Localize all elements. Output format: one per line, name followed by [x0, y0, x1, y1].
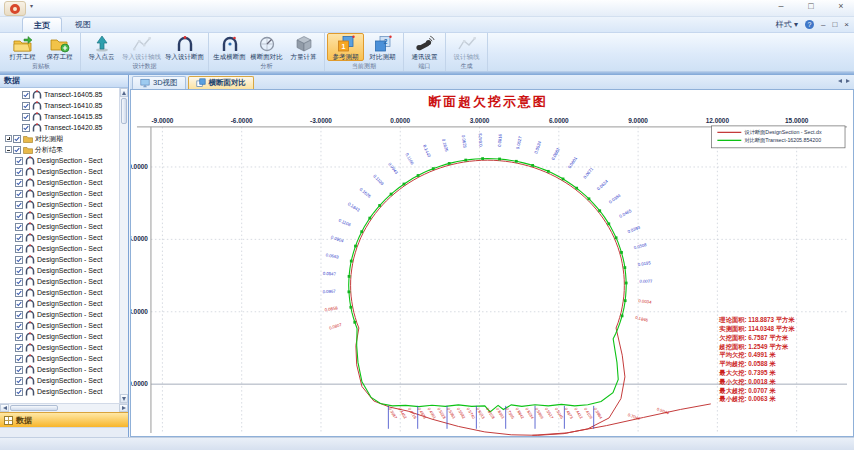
window-maximize-button[interactable]: □: [804, 1, 818, 11]
tree-checkbox[interactable]: [15, 289, 23, 297]
document-close-button[interactable]: ×: [844, 20, 849, 29]
window-minimize-button[interactable]: –: [774, 1, 788, 11]
tree-item-design-section[interactable]: DesignSection - Sect: [0, 276, 128, 287]
tree-item-design-section[interactable]: DesignSection - Sect: [0, 342, 128, 353]
tree-horizontal-scrollbar[interactable]: [0, 403, 128, 412]
ribbon-button-compare-section[interactable]: 横断面对比: [248, 33, 285, 61]
tree-item-design-section[interactable]: DesignSection - Sect: [0, 386, 128, 397]
ribbon-button-label: 导入设计断面: [165, 53, 204, 60]
tree-checkbox[interactable]: [22, 113, 30, 121]
tree-item-design-section[interactable]: DesignSection - Sect: [0, 364, 128, 375]
tree-checkbox[interactable]: [15, 168, 23, 176]
tree-checkbox[interactable]: [15, 377, 23, 385]
tree-checkbox[interactable]: [15, 234, 23, 242]
ribbon-button-import-section[interactable]: 导入设计断面: [163, 33, 206, 61]
scroll-right-button[interactable]: [119, 404, 128, 412]
tree-checkbox[interactable]: [15, 223, 23, 231]
tree-item-design-section[interactable]: DesignSection - Sect: [0, 188, 128, 199]
ribbon-button-save-project[interactable]: 保存工程: [41, 33, 78, 61]
tree-item-transect[interactable]: Transect-16405.85: [0, 89, 128, 100]
app-logo-icon[interactable]: [4, 1, 26, 16]
tree-item-design-section[interactable]: DesignSection - Sect: [0, 265, 128, 276]
tab-scroll-right-icon[interactable]: [846, 79, 850, 83]
scroll-down-button[interactable]: [120, 394, 128, 403]
tree-item-design-section[interactable]: DesignSection - Sect: [0, 155, 128, 166]
ribbon-tab-home[interactable]: 主页: [22, 17, 62, 32]
cross-section-chart[interactable]: -9.0000-6.0000-3.00000.00003.00006.00009…: [130, 90, 854, 437]
tree-checkbox[interactable]: [15, 388, 23, 396]
tree-item-design-section[interactable]: DesignSection - Sect: [0, 331, 128, 342]
tree-checkbox[interactable]: [15, 245, 23, 253]
tree-checkbox[interactable]: [15, 201, 23, 209]
tree-item-transect[interactable]: Transect-16420.85: [0, 122, 128, 133]
tree-checkbox[interactable]: [15, 333, 23, 341]
tree-checkbox[interactable]: [15, 157, 23, 165]
tree-checkbox[interactable]: [15, 344, 23, 352]
window-close-button[interactable]: ×: [834, 1, 848, 11]
tree-item-design-section[interactable]: DesignSection - Sect: [0, 166, 128, 177]
ribbon-tab-view[interactable]: 视图: [64, 17, 102, 32]
tree-checkbox[interactable]: [15, 267, 23, 275]
measure-point-marker: [448, 162, 451, 165]
tree-checkbox[interactable]: [15, 179, 23, 187]
tab-scroll-left-icon[interactable]: [838, 79, 842, 83]
ribbon-button-reference-survey[interactable]: 1参考测期: [327, 33, 364, 61]
tree-checkbox[interactable]: [15, 322, 23, 330]
document-tab-3d-view[interactable]: 3D视图: [132, 76, 186, 89]
ribbon-button-volume-calc[interactable]: 方量计算: [285, 33, 322, 61]
tree-item-design-section[interactable]: DesignSection - Sect: [0, 353, 128, 364]
tree-checkbox[interactable]: [22, 91, 30, 99]
tree-item-design-section[interactable]: DesignSection - Sect: [0, 287, 128, 298]
tree-checkbox[interactable]: [22, 102, 30, 110]
tree-item-design-section[interactable]: DesignSection - Sect: [0, 320, 128, 331]
tree-item-transect[interactable]: Transect-16415.85: [0, 111, 128, 122]
tree-item-transect[interactable]: Transect-16410.85: [0, 100, 128, 111]
ribbon-button-generate-section[interactable]: 生成横断面: [211, 33, 248, 61]
scroll-up-button[interactable]: [120, 88, 128, 97]
quick-access-caret-icon[interactable]: ▾: [30, 2, 33, 9]
document-minimize-button[interactable]: –: [821, 20, 825, 29]
tree-vertical-scrollbar[interactable]: [119, 88, 128, 403]
style-menu-button[interactable]: 样式 ▾: [776, 19, 798, 30]
tree-checkbox[interactable]: [15, 278, 23, 286]
tree-expander-icon[interactable]: [5, 146, 12, 153]
tree-checkbox[interactable]: [15, 212, 23, 220]
ribbon-button-import-pointcloud[interactable]: 导入点云: [83, 33, 120, 61]
ribbon-button-comm-settings[interactable]: 通讯设置: [406, 33, 443, 61]
ribbon-button-open-project[interactable]: 打开工程: [4, 33, 41, 61]
tree-checkbox[interactable]: [15, 300, 23, 308]
tree-item-analysis-results-folder[interactable]: 分析结果: [0, 144, 128, 155]
scroll-left-button[interactable]: [0, 404, 9, 412]
tree-item-design-section[interactable]: DesignSection - Sect: [0, 375, 128, 386]
document-tab-section-compare[interactable]: 横断面对比: [188, 76, 255, 89]
ribbon-button-compare-survey[interactable]: 2对比测期: [364, 33, 401, 61]
tree-item-design-section[interactable]: DesignSection - Sect: [0, 243, 128, 254]
tree-checkbox[interactable]: [15, 190, 23, 198]
scroll-thumb[interactable]: [10, 405, 58, 411]
data-panel-bottom-button[interactable]: 数据: [0, 412, 128, 427]
tree-item-design-section[interactable]: DesignSection - Sect: [0, 199, 128, 210]
tree-checkbox[interactable]: [15, 366, 23, 374]
folder-icon: [23, 145, 33, 154]
tree-item-compare-period-folder[interactable]: 对比测期: [0, 133, 128, 144]
tree-checkbox[interactable]: [15, 256, 23, 264]
tree-checkbox[interactable]: [15, 311, 23, 319]
data-panel-header[interactable]: 数据: [0, 75, 128, 88]
tree-checkbox[interactable]: [13, 146, 21, 154]
tree-item-design-section[interactable]: DesignSection - Sect: [0, 221, 128, 232]
tree-item-design-section[interactable]: DesignSection - Sect: [0, 254, 128, 265]
scroll-thumb[interactable]: [121, 98, 127, 124]
tree-expander-icon[interactable]: [5, 135, 12, 142]
tree-checkbox[interactable]: [15, 355, 23, 363]
tree-item-design-section[interactable]: DesignSection - Sect: [0, 177, 128, 188]
tunnel-icon: [25, 156, 35, 165]
tree-item-design-section[interactable]: DesignSection - Sect: [0, 309, 128, 320]
document-restore-button[interactable]: □: [832, 20, 837, 29]
tree-item-label: DesignSection - Sect: [37, 267, 102, 274]
tree-item-design-section[interactable]: DesignSection - Sect: [0, 232, 128, 243]
help-icon[interactable]: ?: [805, 20, 814, 29]
tree-checkbox[interactable]: [22, 124, 30, 132]
tree-checkbox[interactable]: [13, 135, 21, 143]
tree-item-design-section[interactable]: DesignSection - Sect: [0, 298, 128, 309]
tree-item-design-section[interactable]: DesignSection - Sect: [0, 210, 128, 221]
